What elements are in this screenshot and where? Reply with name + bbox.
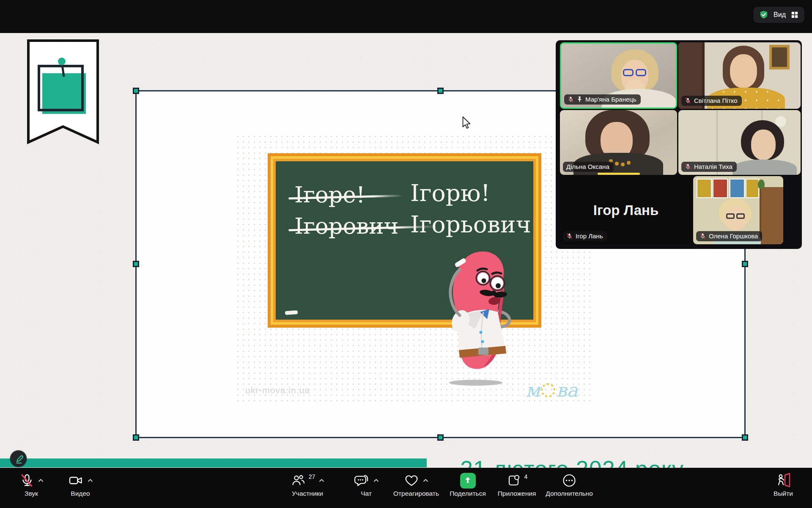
pin-icon (577, 96, 582, 102)
react-button-label: Отреагировать (393, 490, 439, 497)
participants-count: 27 (309, 473, 315, 480)
slide-date: 21 лютого 2024 року (460, 456, 684, 468)
classroom-poster (746, 179, 759, 198)
selection-handle-bottom-middle[interactable] (437, 434, 444, 441)
participant-name-label: Дільна Оксана (563, 162, 614, 172)
video-options-caret[interactable] (88, 479, 93, 482)
classroom-plant (758, 179, 765, 189)
video-tile-svitlana-pitko[interactable]: Світлана Пітко (678, 42, 801, 109)
mova-logo-wreath-icon (541, 383, 555, 398)
apps-icon (506, 473, 521, 488)
chalk-piece (285, 310, 298, 315)
meeting-top-bar: Вид (0, 0, 812, 33)
gallery-view-grid-icon (791, 11, 798, 19)
mouse-cursor (462, 116, 471, 129)
classroom-poster (697, 179, 712, 198)
video-gallery: Мар'яна Бранець Світлана Пітко (556, 40, 802, 249)
video-tile-dilna-oksana[interactable]: Дільна Оксана (560, 110, 677, 175)
board-correct-line2: Ігорьович (410, 211, 531, 238)
share-screen-icon (460, 473, 476, 489)
apps-count: 4 (524, 473, 528, 480)
participants-options-caret[interactable] (319, 479, 324, 482)
more-button[interactable]: Дополнительно (546, 472, 593, 497)
audio-button-label: Звук (25, 490, 38, 497)
view-button-label: Вид (774, 11, 786, 19)
participant-face (751, 130, 776, 160)
participant-name: Мар'яна Бранець (585, 96, 636, 103)
mic-muted-icon (700, 233, 706, 239)
classroom-poster (713, 179, 728, 198)
heart-icon (404, 473, 419, 488)
selection-handle-middle-right[interactable] (742, 261, 748, 267)
speaking-indicator (598, 173, 640, 175)
slide-watermark: ukr-mova.in.ua (245, 385, 310, 395)
meeting-toolbar: Звук Видео 2 (0, 468, 812, 508)
participants-button-label: Участники (292, 490, 323, 497)
board-correct-line1: Ігорю! (410, 179, 490, 207)
annotate-button[interactable] (10, 450, 27, 467)
leave-button-label: Выйти (774, 490, 793, 497)
selection-handle-bottom-right[interactable] (742, 434, 748, 441)
camera-icon (68, 473, 84, 488)
audio-options-caret[interactable] (38, 479, 44, 482)
video-tile-ihor-lan[interactable]: Ігор Лань Ігор Лань (560, 176, 692, 244)
glasses-right-lens (636, 69, 646, 76)
selection-handle-bottom-left[interactable] (133, 434, 139, 441)
glasses-left-lens (726, 213, 735, 219)
react-button[interactable]: Отреагировать (388, 472, 444, 497)
video-tile-maryana-branets[interactable]: Мар'яна Бранець (560, 42, 677, 109)
chat-options-caret[interactable] (373, 479, 379, 482)
zoom-meeting-window: Ігоре! Ігорович Ігорю! Ігорьович (0, 0, 812, 508)
leave-button[interactable]: Выйти (764, 472, 803, 497)
video-tile-natalia-tykha[interactable]: Наталія Тиха (678, 110, 801, 175)
mova-logo: мва (526, 379, 578, 401)
apps-button-label: Приложения (498, 490, 536, 497)
bookmark-flag-graphic (27, 39, 99, 146)
necklace-bead (621, 163, 625, 166)
participants-button[interactable]: 27 Участники (281, 472, 334, 497)
participant-name: Наталія Тиха (694, 163, 732, 170)
slide-green-bar (0, 458, 427, 467)
react-options-caret[interactable] (423, 479, 428, 482)
pencil-icon (13, 453, 24, 464)
participant-name: Дільна Оксана (566, 163, 609, 170)
audio-button[interactable]: Звук (12, 472, 51, 497)
video-button-label: Видео (71, 490, 90, 497)
mic-muted-icon (568, 96, 574, 102)
bookmark-teal-square (42, 73, 86, 114)
more-ellipsis-icon (562, 473, 577, 488)
participant-name-label: Наталія Тиха (681, 162, 737, 172)
participant-name-label: Олена Горшкова (696, 231, 762, 241)
board-correct-column: Ігорю! Ігорьович (410, 177, 531, 240)
mic-muted-icon (685, 97, 691, 104)
bookmark-pin-dot (58, 58, 66, 65)
selection-handle-top-left[interactable] (133, 88, 139, 94)
participant-name: Світлана Пітко (694, 97, 738, 104)
apps-button[interactable]: 4 Приложения (493, 472, 540, 497)
participant-face (730, 54, 757, 88)
participant-name-label: Світлана Пітко (681, 96, 742, 106)
selection-handle-middle-left[interactable] (133, 261, 139, 267)
leave-door-icon (775, 473, 791, 488)
chat-button-label: Чат (361, 490, 372, 497)
security-shield-icon[interactable] (759, 10, 768, 19)
necklace-bead (615, 162, 619, 166)
mascot-shadow (449, 380, 502, 386)
video-tile-olena-horshkova[interactable]: Олена Горшкова (693, 176, 783, 244)
chat-icon (354, 473, 370, 488)
view-button[interactable]: Вид (753, 7, 804, 23)
chat-button[interactable]: Чат (347, 472, 386, 497)
classroom-poster (730, 179, 745, 198)
selection-handle-top-middle[interactable] (437, 88, 444, 94)
share-button[interactable]: Поделиться (447, 472, 488, 497)
video-button[interactable]: Видео (58, 472, 102, 497)
participant-name-label: Мар'яна Бранець (564, 94, 641, 105)
background-picture-frame (769, 45, 790, 69)
participant-name-label: Ігор Лань (563, 231, 607, 241)
board-wrong-line2: Ігорович (294, 210, 399, 242)
participant-name: Олена Горшкова (709, 232, 758, 240)
tongue-professor-mascot (433, 248, 518, 375)
board-wrong-line1: Ігоре! (294, 179, 365, 210)
mic-muted-icon (685, 163, 691, 170)
mic-muted-icon (19, 473, 34, 488)
